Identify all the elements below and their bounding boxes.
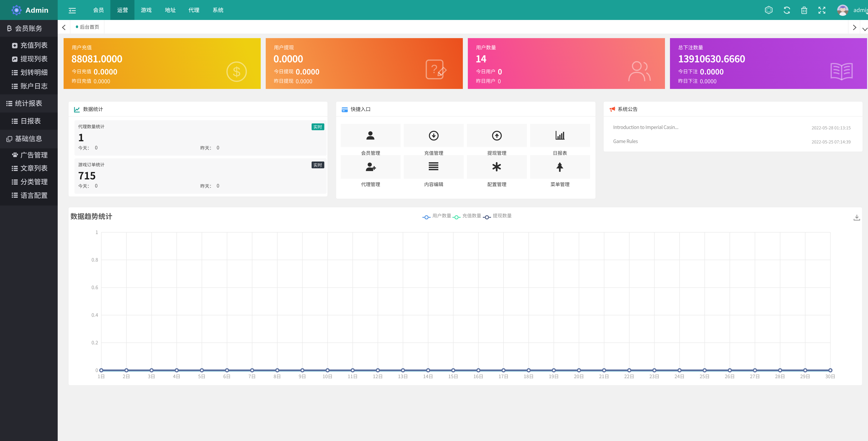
svg-text:?: ?	[431, 62, 437, 75]
svg-text:$: $	[232, 64, 240, 79]
